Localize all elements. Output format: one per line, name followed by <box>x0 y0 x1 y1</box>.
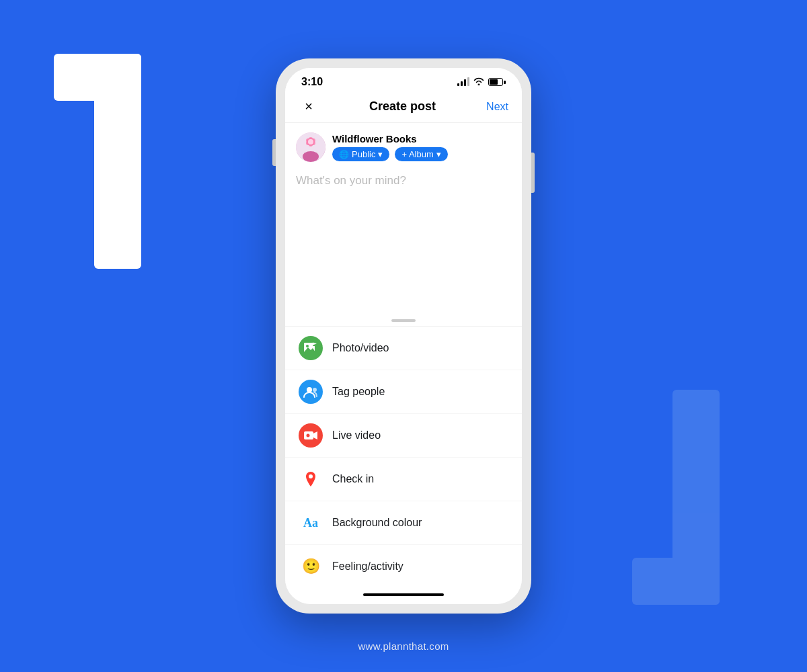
svg-point-2 <box>303 151 319 162</box>
feeling-activity-icon: 🙂 <box>299 554 323 579</box>
bg-decoration-right <box>632 390 767 605</box>
close-button[interactable]: × <box>299 99 319 114</box>
background-colour-label: Background colour <box>332 517 422 529</box>
svg-marker-20 <box>313 431 317 439</box>
live-video-icon <box>299 423 323 448</box>
home-indicator <box>285 588 522 604</box>
watermark: www.plannthat.com <box>358 640 449 652</box>
globe-icon: 🌐 <box>339 150 349 159</box>
svg-point-22 <box>309 474 313 478</box>
app-header: × Create post Next <box>285 93 522 123</box>
tag-people-icon <box>299 380 323 404</box>
user-details: Wildflower Books 🌐 Public ▾ + Album ▾ <box>332 133 448 161</box>
phone-body: 3:10 <box>276 58 531 614</box>
photo-video-label: Photo/video <box>332 342 389 354</box>
next-button[interactable]: Next <box>486 101 508 113</box>
menu-item-tag-people[interactable]: Tag people <box>285 370 522 414</box>
signal-icon <box>457 78 469 86</box>
phone-mockup: 3:10 <box>276 58 531 614</box>
user-name: Wildflower Books <box>332 133 448 144</box>
status-time: 3:10 <box>301 76 323 88</box>
menu-item-photo-video[interactable]: Photo/video <box>285 327 522 370</box>
svg-point-17 <box>307 387 312 392</box>
feeling-activity-label: Feeling/activity <box>332 560 404 573</box>
status-icons <box>457 77 506 87</box>
post-area: Wildflower Books 🌐 Public ▾ + Album ▾ <box>285 123 522 312</box>
status-bar: 3:10 <box>285 68 522 93</box>
svg-point-13 <box>306 345 309 347</box>
post-text-input[interactable]: What's on your mind? <box>296 169 511 303</box>
user-info: Wildflower Books 🌐 Public ▾ + Album ▾ <box>296 132 511 162</box>
background-colour-icon: Aa <box>299 511 323 535</box>
public-option[interactable]: 🌐 Public ▾ <box>332 147 389 161</box>
svg-point-21 <box>307 434 310 437</box>
header-title: Create post <box>369 99 436 114</box>
svg-point-10 <box>308 139 313 144</box>
wifi-icon <box>473 77 484 87</box>
post-options: 🌐 Public ▾ + Album ▾ <box>332 147 448 161</box>
menu-item-check-in[interactable]: Check in <box>285 458 522 501</box>
drag-handle <box>285 312 522 326</box>
avatar <box>296 132 325 162</box>
menu-item-feeling-activity[interactable]: 🙂 Feeling/activity <box>285 545 522 588</box>
battery-icon <box>488 78 506 86</box>
menu-item-background-colour[interactable]: Aa Background colour <box>285 501 522 545</box>
check-in-label: Check in <box>332 473 374 485</box>
tag-people-label: Tag people <box>332 386 385 398</box>
photo-video-icon <box>299 336 323 360</box>
bottom-sheet: Photo/video Tag people <box>285 326 522 588</box>
album-option[interactable]: + Album ▾ <box>395 147 447 161</box>
menu-item-live-video[interactable]: Live video <box>285 414 522 458</box>
svg-point-18 <box>313 388 317 392</box>
bg-decoration-left <box>54 54 188 269</box>
live-video-label: Live video <box>332 429 381 442</box>
phone-screen: 3:10 <box>285 68 522 604</box>
check-in-icon <box>299 467 323 491</box>
